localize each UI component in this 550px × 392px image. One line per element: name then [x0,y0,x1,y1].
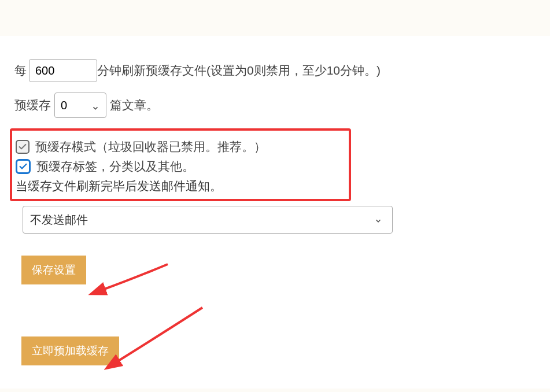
refresh-suffix-label: 分钟刷新预缓存文件(设置为0则禁用，至少10分钟。) [97,62,381,79]
email-select-wrap: 不发送邮件 [23,206,393,234]
email-notify-note: 当缓存文件刷新完毕后发送邮件通知。 [16,178,343,194]
refresh-interval-row: 每 分钟刷新预缓存文件(设置为0则禁用，至少10分钟。) [14,59,550,82]
email-option-select[interactable]: 不发送邮件 [23,206,393,234]
preload-button-row: 立即预加载缓存 [14,336,550,365]
precache-suffix-label: 篇文章。 [110,97,158,113]
preload-cache-button[interactable]: 立即预加载缓存 [21,336,119,365]
save-settings-button[interactable]: 保存设置 [21,256,86,284]
precache-mode-label: 预缓存模式（垃圾回收器已禁用。推荐。） [35,139,266,155]
precache-count-select[interactable]: 0 [54,93,106,118]
refresh-prefix-label: 每 [14,62,27,79]
precache-tags-option[interactable]: 预缓存标签，分类以及其他。 [16,158,343,175]
precache-tags-label: 预缓存标签，分类以及其他。 [36,158,194,175]
settings-form: 每 分钟刷新预缓存文件(设置为0则禁用，至少10分钟。) 预缓存 0 篇文章。 … [0,36,550,389]
precache-count-select-wrap: 0 [54,93,106,118]
precache-options-highlight: 预缓存模式（垃圾回收器已禁用。推荐。） 预缓存标签，分类以及其他。 当缓存文件刷… [10,128,351,201]
save-button-row: 保存设置 [14,256,550,284]
precache-prefix-label: 预缓存 [14,97,51,113]
checkbox-icon [16,140,29,154]
precache-count-row: 预缓存 0 篇文章。 [14,93,550,118]
refresh-interval-input[interactable] [29,59,97,82]
checkbox-checked-icon [16,159,31,174]
top-bar [0,0,550,36]
precache-mode-option[interactable]: 预缓存模式（垃圾回收器已禁用。推荐。） [16,139,343,155]
